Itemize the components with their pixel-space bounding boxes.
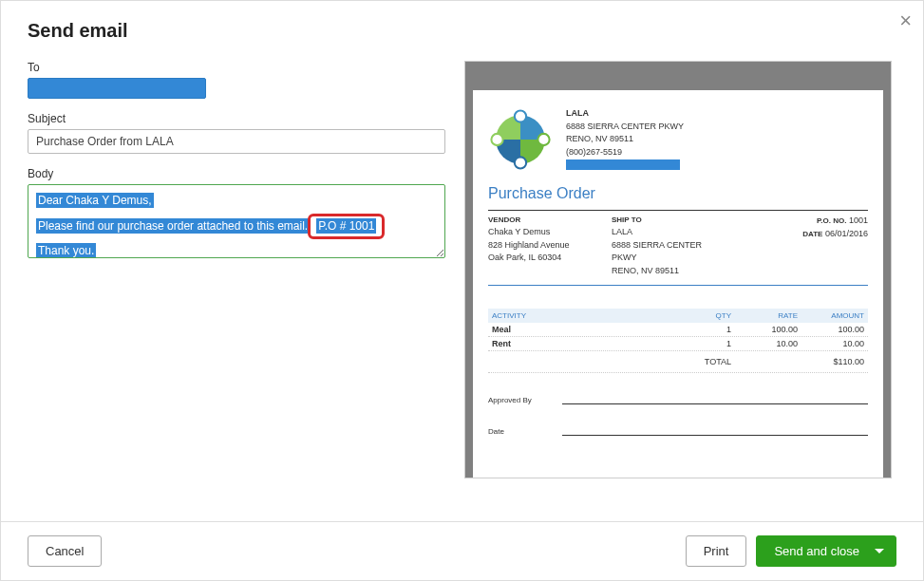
head-activity: ACTIVITY <box>492 311 674 320</box>
company-address: 6888 SIERRA CENTER PKWY <box>566 121 684 134</box>
modal-footer: Cancel Print Send and close <box>1 521 923 580</box>
row-qty: 1 <box>674 325 731 334</box>
shipto-label: SHIP TO <box>612 215 735 226</box>
preview-page: LALA 6888 SIERRA CENTER PKWY RENO, NV 89… <box>473 90 883 478</box>
body-greeting: Dear Chaka Y Demus, <box>36 193 154 208</box>
row-amount: 100.00 <box>798 325 864 334</box>
po-title: Purchase Order <box>488 185 868 202</box>
company-name: LALA <box>566 107 684 121</box>
chevron-down-icon <box>875 549 884 553</box>
form-pane: To Subject Body Dear Chaka Y Demus, Plea… <box>28 61 445 521</box>
row-rate: 100.00 <box>731 325 798 334</box>
modal-header: Send email <box>1 1 923 51</box>
shipto-name: LALA <box>612 226 735 239</box>
close-button[interactable]: × <box>899 9 912 33</box>
vendor-street: 828 Highland Avenue <box>488 239 602 253</box>
approved-by-row: Approved By <box>488 396 868 404</box>
vendor-label: VENDOR <box>488 215 602 226</box>
shipto-col: SHIP TO LALA 6888 SIERRA CENTER PKWY REN… <box>612 215 735 277</box>
table-row: Rent 1 10.00 10.00 <box>488 337 868 351</box>
subject-label: Subject <box>28 112 445 125</box>
shipto-street2: PKWY <box>612 252 735 265</box>
print-button[interactable]: Print <box>686 535 747 567</box>
row-activity: Meal <box>492 325 674 334</box>
po-number-highlight: P.O # 1001 <box>308 214 385 240</box>
po-table: ACTIVITY QTY RATE AMOUNT Meal 1 100.00 1… <box>488 309 868 373</box>
send-email-modal: × Send email To Subject Body Dear Chaka … <box>0 0 924 581</box>
modal-content: To Subject Body Dear Chaka Y Demus, Plea… <box>1 51 923 521</box>
send-button-label: Send and close <box>774 544 859 558</box>
body-message: Please find our purchase order attached … <box>36 218 310 234</box>
preview-scroll[interactable]: LALA 6888 SIERRA CENTER PKWY RENO, NV 89… <box>464 61 892 478</box>
row-activity: Rent <box>492 339 674 348</box>
preview-header: LALA 6888 SIERRA CENTER PKWY RENO, NV 89… <box>488 107 868 172</box>
svg-point-3 <box>515 157 526 168</box>
subject-input[interactable] <box>28 129 445 154</box>
po-no-label: P.O. NO. <box>817 216 846 225</box>
po-date-value: 06/01/2016 <box>825 229 868 238</box>
body-thankyou: Thank you. <box>36 243 96 258</box>
date-sig-line <box>562 435 868 436</box>
company-logo-icon <box>488 107 553 172</box>
vendor-name: Chaka Y Demus <box>488 226 602 239</box>
po-date-label: DATE <box>802 230 822 238</box>
company-phone: (800)267-5519 <box>566 146 684 159</box>
approved-by-line <box>562 403 868 404</box>
body-label: Body <box>28 167 445 180</box>
approved-by-label: Approved By <box>488 396 545 404</box>
redacted-bar <box>566 159 680 170</box>
send-and-close-button[interactable]: Send and close <box>756 535 896 567</box>
row-qty: 1 <box>674 339 731 348</box>
date-sig-row: Date <box>488 427 868 436</box>
svg-point-4 <box>491 134 502 145</box>
company-city: RENO, NV 89511 <box>566 133 684 146</box>
total-label: TOTAL <box>492 357 798 366</box>
company-info: LALA 6888 SIERRA CENTER PKWY RENO, NV 89… <box>566 107 684 172</box>
vendor-city: Oak Park, IL 60304 <box>488 252 602 265</box>
shipto-city: RENO, NV 89511 <box>612 265 735 278</box>
svg-point-1 <box>515 110 526 122</box>
po-total-row: TOTAL $110.00 <box>488 351 868 373</box>
po-no-value: 1001 <box>849 216 868 225</box>
row-amount: 10.00 <box>798 339 864 348</box>
to-input[interactable] <box>28 78 206 99</box>
head-amount: AMOUNT <box>798 311 864 320</box>
svg-point-2 <box>537 134 549 145</box>
date-sig-label: Date <box>488 427 545 436</box>
table-row: Meal 1 100.00 100.00 <box>488 323 868 337</box>
shipto-street: 6888 SIERRA CENTER <box>612 239 735 253</box>
to-label: To <box>28 61 445 74</box>
po-ref-col: P.O. NO. 1001 DATE 06/01/2016 <box>802 215 868 277</box>
po-table-head: ACTIVITY QTY RATE AMOUNT <box>488 309 868 323</box>
row-rate: 10.00 <box>731 339 798 348</box>
head-rate: RATE <box>731 311 798 320</box>
po-meta: VENDOR Chaka Y Demus 828 Highland Avenue… <box>488 210 868 286</box>
cancel-button[interactable]: Cancel <box>28 535 102 567</box>
po-number-text: P.O # 1001 <box>316 218 376 234</box>
vendor-col: VENDOR Chaka Y Demus 828 Highland Avenue… <box>488 215 602 277</box>
modal-title: Send email <box>28 20 896 42</box>
total-value: $110.00 <box>798 357 864 366</box>
body-textarea[interactable]: Dear Chaka Y Demus, Please find our purc… <box>28 184 445 258</box>
preview-pane: LALA 6888 SIERRA CENTER PKWY RENO, NV 89… <box>464 61 896 521</box>
head-qty: QTY <box>674 311 731 320</box>
